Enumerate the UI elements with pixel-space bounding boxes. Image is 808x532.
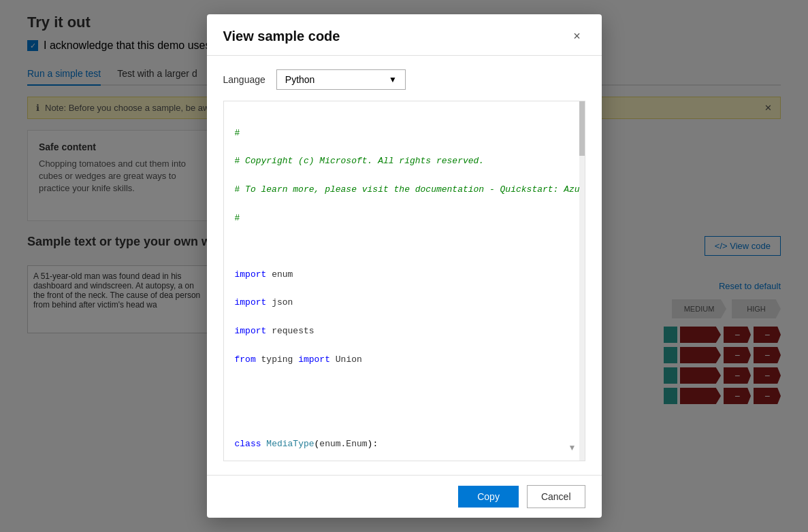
code-line-10 xyxy=(235,381,571,395)
code-line-1: # xyxy=(235,127,571,141)
code-line-3: # To learn more, please visit the docume… xyxy=(235,183,571,197)
modal-dialog: View sample code × Language Python ▼ # #… xyxy=(207,14,602,518)
modal-header: View sample code × xyxy=(207,14,602,56)
code-line-5 xyxy=(235,239,571,254)
language-value: Python xyxy=(285,74,315,85)
code-line-8: import requests xyxy=(235,325,571,339)
cancel-button[interactable]: Cancel xyxy=(527,485,585,508)
code-line-12: class MediaType(enum.Enum): xyxy=(235,437,571,452)
code-line-11 xyxy=(235,410,571,424)
code-line-9: from typing import Union xyxy=(235,353,571,367)
modal-overlay: View sample code × Language Python ▼ # #… xyxy=(0,0,808,532)
code-scrollbar[interactable] xyxy=(579,101,585,461)
language-row: Language Python ▼ xyxy=(223,69,585,90)
code-line-6: import enum xyxy=(235,268,571,282)
chevron-down-icon: ▼ xyxy=(389,75,397,84)
code-scrollbar-thumb xyxy=(579,101,585,156)
scroll-down-icon: ▼ xyxy=(568,443,577,452)
code-container[interactable]: # # Copyright (c) Microsoft. All rights … xyxy=(223,101,585,461)
modal-footer: Copy Cancel xyxy=(207,475,602,518)
modal-close-button[interactable]: × xyxy=(569,28,585,44)
language-label: Language xyxy=(223,74,265,85)
modal-title: View sample code xyxy=(223,29,340,44)
language-select[interactable]: Python ▼ xyxy=(276,69,406,90)
code-line-7: import json xyxy=(235,296,571,310)
code-line-2: # Copyright (c) Microsoft. All rights re… xyxy=(235,154,571,169)
modal-body: Language Python ▼ # # Copyright (c) Micr… xyxy=(207,56,602,475)
copy-button[interactable]: Copy xyxy=(458,486,519,508)
code-content: # # Copyright (c) Microsoft. All rights … xyxy=(224,101,585,461)
code-line-4: # xyxy=(235,212,571,226)
